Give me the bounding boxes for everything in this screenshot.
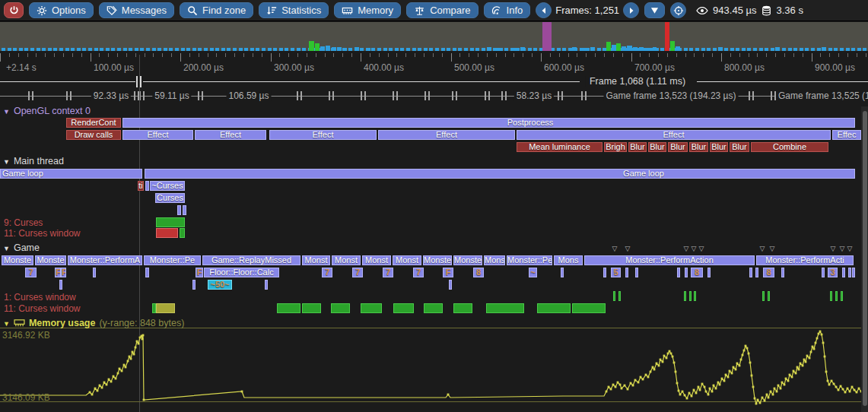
zone-bar[interactable]	[749, 268, 752, 277]
next-frame-button[interactable]	[623, 2, 639, 18]
zone-combine[interactable]: Combine	[751, 142, 828, 152]
zone-mean-luminance[interactable]: Mean luminance	[517, 142, 603, 152]
memory-button[interactable]: Memory	[334, 2, 401, 18]
zone-blur[interactable]: Blur	[668, 142, 688, 152]
zone-blur[interactable]: Blur	[710, 142, 728, 152]
zone-rendercont[interactable]: RenderCont	[66, 118, 121, 128]
section-header-memory[interactable]: Memory usage (y-range: 848 bytes)	[3, 318, 184, 328]
frame-overview-histogram[interactable]	[0, 22, 868, 51]
scrollbar-thumb[interactable]	[863, 111, 867, 406]
zone-bar[interactable]	[842, 268, 845, 277]
zone-8[interactable]: 8	[473, 268, 484, 277]
zone-bar[interactable]	[192, 280, 196, 290]
collapse-all-button[interactable]	[644, 2, 665, 18]
zone-bar[interactable]	[694, 291, 696, 301]
section-header-game[interactable]: Game	[3, 242, 40, 253]
zone-bar[interactable]	[841, 291, 843, 301]
zone-game-loop[interactable]: Game loop	[145, 169, 855, 179]
zone-bar[interactable]	[156, 217, 185, 227]
zone-7[interactable]: 7	[413, 268, 424, 277]
zone-game-loop[interactable]: Game loop	[0, 169, 142, 179]
zone-curses[interactable]: Curses	[155, 193, 185, 203]
zone-game-replaymissed[interactable]: Game::ReplayMissed	[202, 255, 300, 265]
zone-bar[interactable]	[145, 268, 149, 277]
zone-bar[interactable]	[331, 303, 350, 313]
zone-7[interactable]: 7	[383, 268, 393, 277]
zone-monster-pe[interactable]: Monster::Pe	[507, 255, 552, 265]
zone-7[interactable]: 7	[322, 268, 332, 277]
zone-effec[interactable]: Effec	[832, 130, 861, 140]
zone-bar[interactable]	[835, 291, 838, 301]
zone-bar[interactable]	[537, 303, 571, 313]
zone-mons[interactable]: Mons	[484, 255, 505, 265]
channel-label[interactable]: 9: Curses	[4, 217, 43, 228]
zone-bar[interactable]	[822, 268, 825, 277]
zone-effect[interactable]: Effect	[517, 130, 831, 140]
statistics-button[interactable]: Statistics	[259, 2, 329, 18]
compare-button[interactable]: Compare	[406, 2, 478, 18]
zone-bar[interactable]	[852, 268, 855, 277]
zone-monst[interactable]: Monst	[362, 255, 391, 265]
zone-postprocess[interactable]: Postprocess	[122, 118, 855, 128]
zone-monste[interactable]: Monste	[2, 255, 33, 265]
zone-bar[interactable]	[561, 268, 564, 277]
zone-bar[interactable]	[449, 280, 452, 290]
zone-blur[interactable]: Blur	[730, 142, 749, 152]
zone-monster-performa[interactable]: Monster::PerformA	[68, 255, 142, 265]
zone-bar[interactable]	[180, 228, 185, 238]
zone-bar[interactable]	[677, 268, 680, 277]
zone-5[interactable]: 5	[611, 268, 621, 277]
zone-bar[interactable]	[707, 268, 711, 277]
zone-3[interactable]: 3	[828, 268, 838, 277]
zone-bar[interactable]	[848, 268, 851, 277]
zone-8[interactable]: 8	[691, 268, 703, 277]
zone-f[interactable]: F	[443, 268, 453, 277]
vertical-scrollbar[interactable]	[861, 106, 868, 412]
zone-bar[interactable]	[762, 291, 765, 301]
zone-blur[interactable]: Blur	[689, 142, 708, 152]
zone-monste[interactable]: Monste	[423, 255, 452, 265]
zone-effect[interactable]: Effect	[122, 130, 193, 140]
zone-draw-calls[interactable]: Draw calls	[66, 130, 121, 140]
zone-bar[interactable]	[618, 291, 621, 301]
zone-bar[interactable]	[393, 303, 414, 313]
zone-bar[interactable]	[635, 268, 638, 277]
zone-bar[interactable]	[781, 268, 784, 277]
zone-bar[interactable]	[625, 268, 628, 277]
zone-bar[interactable]	[768, 291, 770, 301]
zone-curses[interactable]: ~Curses	[150, 181, 185, 191]
zone-7[interactable]: 7	[25, 268, 37, 277]
zone-bar[interactable]	[59, 280, 62, 290]
section-header-opengl[interactable]: OpenGL context 0	[3, 106, 91, 116]
zone-monst[interactable]: Monst	[393, 255, 421, 265]
zone-bar[interactable]	[183, 205, 186, 215]
prev-frame-button[interactable]	[536, 2, 552, 18]
zone-effect[interactable]: Effect	[269, 130, 377, 140]
zone-mons[interactable]: Mons	[554, 255, 583, 265]
zone-bar[interactable]	[685, 268, 688, 277]
zone-effect[interactable]: Effect	[378, 130, 515, 140]
channel-label[interactable]: 11: Curses window	[4, 303, 81, 314]
zone-brigh[interactable]: Brigh	[604, 142, 627, 152]
zone-bar[interactable]	[755, 268, 758, 277]
zone-monster-performacti[interactable]: Monster::PerformActi	[756, 255, 854, 265]
zone-monster-pe[interactable]: Monster::Pe	[144, 255, 201, 265]
zone-bar[interactable]	[689, 291, 692, 301]
channel-label[interactable]: 11: Curses window	[4, 228, 81, 239]
section-header-main-thread[interactable]: Main thread	[3, 156, 64, 166]
power-button[interactable]	[4, 2, 24, 18]
zone-bar[interactable]: ~	[529, 268, 537, 277]
zone-f[interactable]: F	[55, 268, 61, 277]
zone-bar[interactable]	[684, 291, 686, 301]
zone-bar[interactable]	[277, 303, 300, 313]
zone-7[interactable]: 7	[352, 268, 363, 277]
zone-ti[interactable]: ti	[138, 181, 144, 191]
zone-monst[interactable]: Monst	[302, 255, 330, 265]
zone-bar[interactable]	[265, 280, 268, 290]
zone-bar[interactable]	[156, 303, 175, 313]
zone-bar[interactable]	[453, 303, 472, 313]
zone-monster-performaction[interactable]: Monster::PerformAction	[584, 255, 755, 265]
zone-floor-floor-calc[interactable]: Floor::Floor::Calc	[204, 268, 279, 277]
zone-bar[interactable]	[177, 205, 181, 215]
info-button[interactable]: Info	[484, 2, 531, 18]
